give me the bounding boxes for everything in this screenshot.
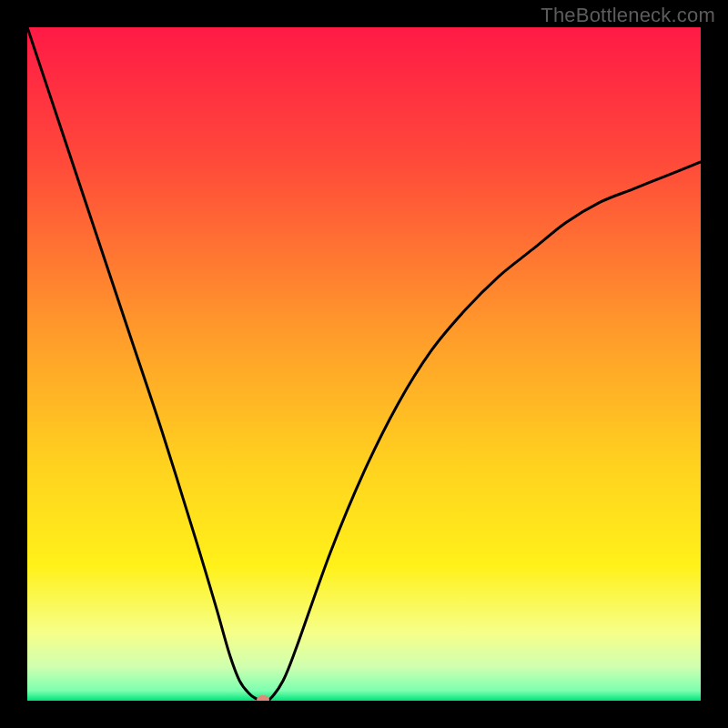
plot-background <box>27 27 701 701</box>
chart-frame: TheBottleneck.com <box>0 0 728 728</box>
plot-area <box>27 27 701 701</box>
chart-svg <box>27 27 701 701</box>
watermark-text: TheBottleneck.com <box>541 4 715 27</box>
